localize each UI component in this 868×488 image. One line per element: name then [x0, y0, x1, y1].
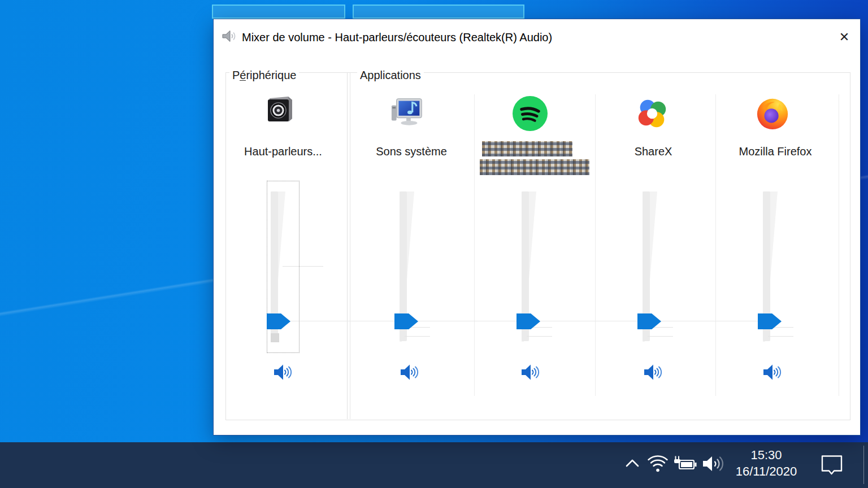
speaker-device-icon	[264, 93, 294, 124]
column-divider	[715, 94, 716, 396]
slider-track-bottom	[271, 333, 279, 342]
device-apps-divider	[347, 73, 350, 419]
mixer-content-area: Périphérique Applications	[225, 72, 850, 420]
show-desktop-button[interactable]	[863, 446, 864, 484]
mixer-label-system-sounds: Sons système	[350, 143, 472, 159]
clock-date: 16/11/2020	[729, 463, 804, 480]
slider-tick	[405, 336, 430, 337]
background-window-fragment	[353, 5, 524, 19]
mute-button-speakers[interactable]	[272, 362, 294, 382]
section-applications: Applications	[357, 68, 424, 82]
sharex-icon	[635, 96, 670, 131]
volume-mixer-icon	[221, 28, 237, 44]
screen: 15:30 16/11/2020 Mixer de volume - Haut-…	[0, 0, 868, 488]
section-device: Périphérique	[229, 68, 299, 82]
close-button[interactable]: ✕	[833, 27, 856, 47]
slider-tick	[768, 336, 793, 337]
mixer-label-speakers: Haut-parleurs...	[223, 143, 344, 159]
mixer-label-redacted-line1	[482, 141, 572, 156]
action-center-icon[interactable]	[818, 453, 845, 476]
mixer-label-sharex: ShareX	[592, 143, 714, 159]
slider-tick	[527, 336, 552, 337]
battery-charging-icon[interactable]	[671, 455, 698, 473]
volume-mixer-window: Mixer de volume - Haut-parleurs/écouteur…	[213, 19, 861, 435]
column-divider	[839, 94, 839, 396]
mute-button-firefox[interactable]	[761, 362, 784, 382]
window-title: Mixer de volume - Haut-parleurs/écouteur…	[242, 29, 552, 46]
hidden-icons-chevron[interactable]	[623, 455, 642, 472]
mute-button-system-sounds[interactable]	[398, 362, 421, 382]
column-divider	[474, 94, 475, 396]
mixer-label-firefox: Mozilla Firefox	[714, 143, 836, 159]
titlebar[interactable]: Mixer de volume - Haut-parleurs/écouteur…	[214, 19, 860, 52]
firefox-icon	[755, 96, 790, 131]
taskbar-clock[interactable]: 15:30 16/11/2020	[729, 447, 804, 480]
spotify-icon	[511, 95, 549, 132]
background-window-fragment	[212, 5, 345, 19]
clock-time: 15:30	[729, 447, 804, 463]
section-applications-label: Applications	[357, 68, 424, 82]
mnemonic-underline	[240, 80, 246, 81]
wifi-icon[interactable]	[646, 453, 669, 474]
slider-tick	[648, 336, 673, 337]
mute-button-app3[interactable]	[519, 362, 542, 382]
system-sounds-icon	[390, 94, 425, 129]
mute-button-sharex[interactable]	[642, 362, 665, 382]
column-divider	[595, 94, 596, 396]
mixer-label-redacted-line2	[480, 159, 589, 175]
volume-icon[interactable]	[700, 452, 728, 475]
